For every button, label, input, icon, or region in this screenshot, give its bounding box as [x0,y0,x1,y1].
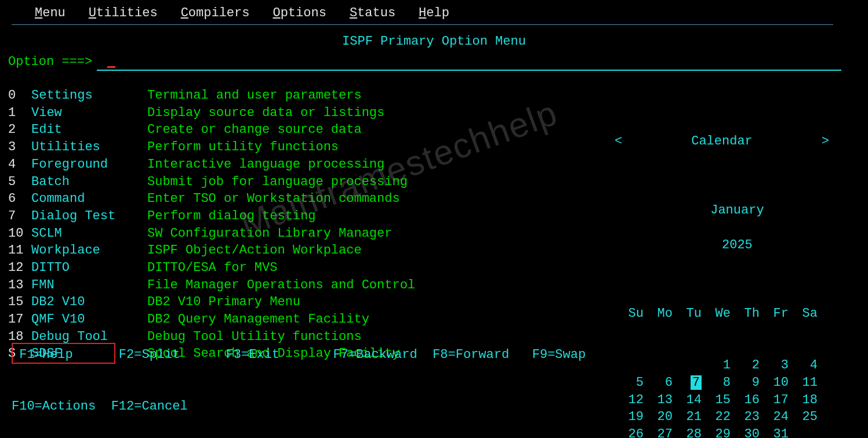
calendar-day[interactable]: 3 [760,357,789,374]
calendar-next-button[interactable]: > [822,133,829,150]
calendar-day-header: Th [731,305,760,323]
option-name: Foreground [31,156,147,173]
calendar-day[interactable]: 5 [615,374,644,392]
option-description: SW Configuration Library Manager [147,225,392,242]
calendar-day-header: Su [615,305,644,323]
calendar-day[interactable]: 26 [615,426,644,438]
calendar-day[interactable]: 27 [644,426,673,438]
option-description: Create or change source data [147,121,362,139]
calendar-day[interactable]: 1 [702,357,731,374]
option-number: 11 [8,242,31,259]
calendar-day[interactable]: 9 [731,374,760,392]
option-description: File Manager Operations and Control [147,277,415,294]
option-row[interactable]: 13FMNFile Manager Operations and Control [8,277,415,294]
calendar-day[interactable]: 8 [702,374,731,392]
option-row[interactable]: 10SCLMSW Configuration Library Manager [8,225,415,242]
menu-item-utilities[interactable]: Utilities [89,5,158,22]
menu-item-help[interactable]: Help [419,5,449,22]
calendar-day[interactable]: 23 [731,408,760,426]
calendar-prev-button[interactable]: < [615,133,622,150]
option-row[interactable]: 1ViewDisplay source data or listings [8,104,415,122]
option-description: Perform utility functions [147,139,339,156]
calendar-day[interactable]: 19 [615,408,644,426]
calendar-day[interactable]: 31 [760,426,789,438]
option-number: 1 [8,104,31,122]
calendar-day[interactable]: 15 [702,392,731,409]
calendar-day[interactable]: 6 [644,374,673,392]
cursor-indicator [107,66,115,68]
calendar-day-header: Sa [789,305,818,323]
calendar-day [615,357,644,374]
calendar-day[interactable]: 10 [760,374,789,392]
calendar-day[interactable]: 4 [789,357,818,374]
fkeys-line1: F1=Help F2=Split F3=Exit F7=Backward F8=… [12,346,586,364]
option-number: 7 [8,208,31,225]
calendar-day[interactable]: 7 [673,374,702,392]
fkeys-line2: F10=Actions F12=Cancel [12,398,586,415]
option-row[interactable]: 7Dialog TestPerform dialog testing [8,208,415,225]
calendar-day [644,357,673,374]
option-number: 2 [8,121,31,139]
option-row[interactable]: 11WorkplaceISPF Object/Action Workplace [8,242,415,259]
calendar-week: 1234 [615,357,829,374]
divider [12,24,833,25]
calendar-day-header: Fr [760,305,789,323]
option-row[interactable]: 3UtilitiesPerform utility functions [8,139,415,156]
menu-item-status[interactable]: Status [350,5,395,22]
calendar-day[interactable]: 16 [731,392,760,409]
option-description: Terminal and user parameters [147,87,362,104]
option-name: Command [31,190,147,208]
option-number: 0 [8,87,31,104]
menu-item-menu[interactable]: Menu [35,5,66,22]
option-description: DITTO/ESA for MVS [147,259,277,277]
option-description: Display source data or listings [147,104,384,122]
page-title: ISPF Primary Option Menu [0,33,868,50]
option-name: FMN [31,277,147,294]
calendar-day[interactable]: 17 [760,392,789,409]
menubar: Menu Utilities Compilers Options Status … [0,0,868,23]
calendar-day-header: We [702,305,731,323]
menu-item-compilers[interactable]: Compilers [181,5,250,22]
calendar-day[interactable]: 20 [644,408,673,426]
calendar-day[interactable]: 14 [673,392,702,409]
calendar-day[interactable]: 18 [789,392,818,409]
calendar-day[interactable]: 21 [673,408,702,426]
calendar-week: 567891011 [615,374,829,392]
calendar-day[interactable]: 30 [731,426,760,438]
menu-item-options[interactable]: Options [273,5,326,22]
option-row[interactable]: 4ForegroundInteractive language processi… [8,156,415,173]
calendar-day[interactable]: 2 [731,357,760,374]
option-description: Perform dialog testing [147,208,315,225]
option-input[interactable] [97,54,841,71]
option-description: Enter TSO or Workstation commands [147,190,400,208]
calendar-day[interactable]: 24 [760,408,789,426]
option-number: 15 [8,294,31,311]
calendar-day-header: Mo [644,305,673,323]
calendar-day [673,357,702,374]
option-number: 12 [8,259,31,277]
calendar-grid: 1234567891011121314151617181920212223242… [615,357,829,438]
option-name: View [31,104,147,122]
option-name: SCLM [31,225,147,242]
calendar-day-headers: SuMoTuWeThFrSa [615,305,829,323]
option-row[interactable]: 12DITTODITTO/ESA for MVS [8,259,415,277]
option-description: Interactive language processing [147,156,384,173]
option-description: ISPF Object/Action Workplace [147,242,362,259]
option-name: Dialog Test [31,208,147,225]
calendar-day[interactable]: 12 [615,392,644,409]
option-row[interactable]: 6CommandEnter TSO or Workstation command… [8,190,415,208]
option-number: 5 [8,173,31,191]
calendar-week: 262728293031 [615,426,829,438]
calendar-day[interactable]: 25 [789,408,818,426]
calendar-day[interactable]: 13 [644,392,673,409]
calendar-day[interactable]: 28 [673,426,702,438]
calendar-day[interactable]: 22 [702,408,731,426]
option-row[interactable]: 5BatchSubmit job for language processing [8,173,415,191]
option-row[interactable]: 15DB2 V10DB2 V10 Primary Menu [8,294,415,311]
calendar-day[interactable]: 11 [789,374,818,392]
option-row[interactable]: 0SettingsTerminal and user parameters [8,87,415,104]
calendar-week: 19202122232425 [615,408,829,426]
calendar-day[interactable]: 29 [702,426,731,438]
option-name: Batch [31,173,147,191]
option-row[interactable]: 2EditCreate or change source data [8,121,415,139]
